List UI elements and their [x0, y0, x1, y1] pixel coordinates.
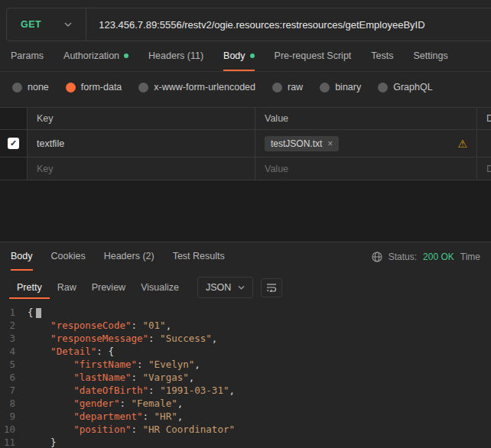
column-header-value: Value — [255, 108, 477, 129]
response-tabs: Body Cookies Headers (2) Test Results — [11, 242, 225, 271]
request-tabs: Params Authorization Headers (11) Body P… — [0, 41, 491, 72]
line-number: 6 — [0, 371, 28, 384]
url-text: 123.456.7.89:5556/restv2/ogie.resources:… — [99, 19, 424, 31]
tab-settings[interactable]: Settings — [414, 41, 448, 71]
tab-authorization[interactable]: Authorization — [63, 41, 128, 71]
radio-label: GraphQL — [393, 82, 432, 93]
response-tab-body[interactable]: Body — [11, 242, 33, 271]
line-number: 7 — [0, 384, 28, 397]
description-placeholder: De — [486, 164, 491, 174]
body-type-x-www-form-urlencoded[interactable]: x-www-form-urlencoded — [138, 82, 255, 93]
code-token-key: "gender" — [73, 398, 119, 409]
code-token-pun: , — [189, 372, 195, 383]
line-content: "responseMessage": "Success", — [28, 332, 217, 345]
file-chip[interactable]: testJSON.txt × — [265, 136, 339, 151]
language-dropdown[interactable]: JSON — [197, 277, 253, 298]
url-input[interactable]: 123.456.7.89:5556/restv2/ogie.resources:… — [86, 8, 437, 41]
code-token-pun: , — [177, 398, 184, 409]
code-token-pun: , — [177, 411, 184, 422]
code-token-str: "HR" — [154, 411, 177, 422]
text-cursor — [36, 308, 41, 318]
method-label: GET — [21, 19, 41, 30]
view-tab-raw[interactable]: Raw — [50, 276, 84, 299]
line-number: 5 — [0, 358, 28, 371]
chevron-down-icon — [64, 22, 72, 27]
tab-body[interactable]: Body — [223, 41, 255, 71]
select-all-cell — [0, 108, 28, 129]
view-tab-preview[interactable]: Preview — [84, 276, 133, 299]
tab-label: Headers (2) — [104, 251, 154, 261]
line-content: "responseCode": "01", — [28, 319, 171, 332]
tab-pre-request-script[interactable]: Pre-request Script — [275, 41, 352, 71]
value-cell[interactable]: Value — [255, 157, 477, 180]
radio-label: raw — [288, 82, 303, 93]
code-token-str: "Vargas" — [143, 372, 189, 383]
body-type-form-data[interactable]: form-data — [66, 82, 122, 93]
line-content: "position": "HR Coordinator" — [28, 423, 235, 436]
description-cell[interactable] — [477, 130, 491, 157]
body-type-graphql[interactable]: GraphQL — [378, 82, 432, 93]
response-tab-cookies[interactable]: Cookies — [51, 242, 86, 271]
radio-label: x-www-form-urlencoded — [154, 82, 255, 93]
code-token-pun: : — [148, 385, 160, 396]
warning-icon: ⚠ — [457, 138, 467, 150]
description-cell[interactable]: De — [477, 157, 491, 180]
tab-label: Test Results — [173, 251, 225, 261]
value-cell[interactable]: testJSON.txt × ⚠ — [255, 130, 477, 157]
code-line: 1{ — [0, 306, 491, 319]
code-token-pun: , — [166, 320, 172, 331]
globe-icon[interactable] — [372, 252, 382, 262]
code-token-pun: , — [212, 333, 218, 344]
table-row: ✓ textfile testJSON.txt × ⚠ — [0, 130, 491, 157]
code-token-pun: : { — [96, 346, 114, 357]
response-tab-test-results[interactable]: Test Results — [173, 242, 225, 271]
key-cell[interactable]: textfile — [28, 130, 255, 157]
body-type-binary[interactable]: binary — [320, 82, 361, 93]
code-token-str: "Female" — [132, 398, 177, 409]
radio-label: form-data — [81, 82, 122, 93]
table-header-row: Key Value De — [0, 108, 491, 130]
tab-params[interactable]: Params — [11, 41, 44, 71]
code-token-pun: } — [50, 437, 57, 448]
remove-file-icon[interactable]: × — [327, 138, 333, 149]
response-header: Body Cookies Headers (2) Test Results St… — [0, 242, 491, 271]
status-badge: 200 OK — [423, 252, 454, 262]
tab-label: Body — [223, 50, 246, 61]
code-token-str: "Evelyn" — [148, 359, 194, 370]
line-content: "Detail": { — [28, 345, 114, 358]
wrap-text-button[interactable] — [261, 278, 282, 297]
view-tab-visualize[interactable]: Visualize — [133, 276, 187, 299]
code-token-pun: , — [194, 359, 200, 370]
tab-headers[interactable]: Headers (11) — [148, 41, 203, 71]
radio-label: none — [28, 82, 49, 93]
line-number: 11 — [0, 436, 28, 448]
green-dot — [124, 54, 128, 58]
radio-selected-icon — [66, 83, 76, 93]
code-line: 5 "firstName": "Evelyn", — [0, 358, 491, 371]
code-line: 11 } — [0, 436, 491, 448]
line-number: 3 — [0, 332, 28, 345]
body-type-raw[interactable]: raw — [272, 82, 303, 93]
tab-label: Tests — [371, 50, 393, 61]
response-tab-headers[interactable]: Headers (2) — [104, 242, 154, 271]
code-token-pun: : — [131, 424, 142, 435]
row-checkbox-checked[interactable]: ✓ — [8, 138, 19, 149]
code-editor[interactable]: 1{2 "responseCode": "01",3 "responseMess… — [0, 301, 491, 448]
checkbox-cell — [0, 157, 28, 180]
tab-tests[interactable]: Tests — [371, 41, 393, 71]
key-cell[interactable]: Key — [28, 157, 255, 180]
code-token-pun: : — [131, 320, 142, 331]
key-text: textfile — [37, 138, 64, 149]
radio-label: binary — [335, 82, 361, 93]
line-content: } — [28, 436, 57, 448]
tab-label: Settings — [414, 50, 448, 61]
code-token-key: "department" — [73, 411, 142, 422]
radio-icon — [378, 83, 388, 93]
body-type-none[interactable]: none — [12, 82, 49, 93]
code-token-pun: , — [229, 385, 235, 396]
view-tab-pretty[interactable]: Pretty — [9, 276, 50, 299]
method-selector[interactable]: GET — [7, 8, 86, 41]
value-placeholder: Value — [265, 164, 288, 174]
line-content: "lastName": "Vargas", — [28, 371, 194, 384]
code-token-pun: : — [148, 333, 160, 344]
